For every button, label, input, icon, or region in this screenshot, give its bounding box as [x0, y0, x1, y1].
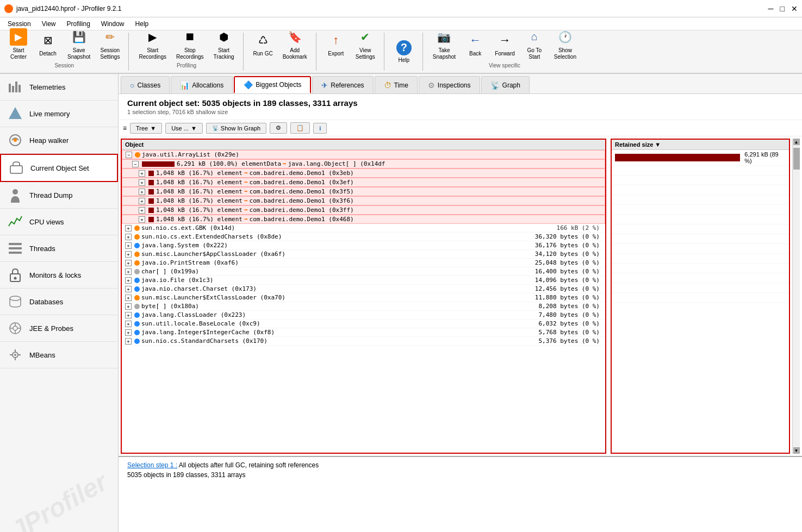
take-snapshot-button[interactable]: 📷 TakeSnapshot: [428, 26, 460, 62]
expand-icon[interactable]: +: [125, 329, 132, 336]
save-snapshot-button[interactable]: 💾 SaveSnapshot: [63, 26, 95, 62]
size-text: 7,480 bytes (0 %): [538, 311, 600, 318]
window-controls[interactable]: ─ □ ✕: [768, 4, 798, 13]
tab-time[interactable]: ⏱ Time: [375, 76, 418, 93]
add-bookmark-button[interactable]: 🔖 AddBookmark: [278, 26, 312, 62]
tab-classes[interactable]: ○ Classes: [121, 76, 170, 93]
expand-icon[interactable]: +: [125, 338, 132, 345]
info-button[interactable]: i: [313, 123, 327, 134]
back-icon: ←: [467, 32, 484, 49]
start-center-button[interactable]: ▶ StartCenter: [4, 26, 33, 62]
sidebar-item-mbeans[interactable]: MBeans: [0, 342, 118, 368]
row-text: 1,048 kB (16.7%) element: [156, 170, 243, 177]
tab-biggest-objects[interactable]: 🔷 Biggest Objects: [234, 76, 311, 93]
maximize-button[interactable]: □: [780, 4, 785, 13]
retained-header: Retained size ▼: [612, 140, 789, 150]
expand-icon[interactable]: +: [125, 225, 132, 231]
expand-icon[interactable]: +: [139, 216, 145, 223]
go-to-start-button[interactable]: ⌂ Go ToStart: [520, 26, 549, 62]
tab-graph[interactable]: 📡 Graph: [481, 76, 530, 93]
show-selection-button[interactable]: 🕐 ShowSelection: [550, 26, 581, 62]
table-row: + 1,048 kB (16.7%) element ➡ com.badrei.…: [122, 187, 605, 196]
tree-view-label: Tree: [136, 125, 148, 132]
minimize-button[interactable]: ─: [768, 4, 774, 13]
sidebar-item-jee-probes[interactable]: JEE & Probes: [0, 315, 118, 342]
tab-time-label: Time: [394, 82, 408, 89]
expand-icon[interactable]: +: [139, 179, 145, 186]
expand-icon[interactable]: +: [125, 260, 132, 266]
expand-icon[interactable]: −: [126, 152, 132, 158]
sidebar-item-cpu-views[interactable]: CPU views: [0, 209, 118, 235]
svg-point-14: [10, 296, 21, 301]
expand-icon[interactable]: +: [139, 198, 145, 204]
close-button[interactable]: ✕: [791, 4, 798, 13]
title-bar-left: java_pid12440.hprof - JProfiler 9.2.1: [4, 4, 121, 13]
expand-icon[interactable]: +: [139, 207, 145, 214]
view-settings-button[interactable]: ✔ ViewSettings: [351, 26, 380, 62]
tree-view-button[interactable]: Tree ▼: [130, 123, 162, 134]
go-to-start-icon: ⌂: [526, 28, 543, 46]
selection-step-link[interactable]: Selection step 1 :: [127, 461, 177, 469]
expand-icon[interactable]: −: [132, 161, 139, 167]
scroll-up-button[interactable]: ▲: [793, 139, 800, 145]
start-tracking-button[interactable]: ⬢ StartTracking: [209, 26, 239, 62]
expand-icon[interactable]: +: [125, 242, 132, 249]
retained-header-label: Retained size ▼: [615, 141, 661, 148]
forward-button[interactable]: → Forward: [490, 26, 519, 62]
settings-button[interactable]: ⚙: [270, 122, 287, 134]
expand-icon[interactable]: +: [125, 268, 132, 275]
back-button[interactable]: ← Back: [461, 26, 489, 62]
start-recordings-button[interactable]: ▶ StartRecordings: [134, 26, 171, 62]
svg-point-13: [14, 277, 17, 280]
sidebar-item-heap-walker[interactable]: Heap walker: [0, 127, 118, 154]
retained-size-panel: Retained size ▼ 6,291 kB (89 %): [611, 139, 790, 454]
sidebar-item-threads[interactable]: Threads: [0, 235, 118, 262]
obj-dot-gray: [134, 304, 140, 309]
stop-recordings-button[interactable]: ⏹ StopRecordings: [172, 26, 208, 62]
sidebar-item-monitors-locks[interactable]: Monitors & locks: [0, 262, 118, 289]
expand-icon[interactable]: +: [125, 295, 132, 301]
show-in-graph-button[interactable]: 📡 Show In Graph: [206, 123, 266, 134]
expand-icon[interactable]: +: [125, 303, 132, 310]
session-settings-button[interactable]: ✏ SessionSettings: [96, 26, 124, 62]
export-table-button[interactable]: 📋: [290, 122, 310, 134]
expand-icon[interactable]: +: [139, 189, 145, 195]
row-text: 6,291 kB (100.0%) elementData: [177, 160, 281, 167]
sidebar-item-live-memory[interactable]: Live memory: [0, 101, 118, 127]
svg-rect-2: [15, 82, 17, 92]
row-text: sun.misc.Launcher$ExtClassLoader (0xa70): [141, 294, 535, 301]
scroll-down-button[interactable]: ▼: [793, 447, 800, 454]
tab-references[interactable]: ✈ References: [312, 76, 373, 93]
sidebar-item-current-object-set[interactable]: Current Object Set: [0, 154, 118, 182]
sidebar-item-telemetries[interactable]: Telemetries: [0, 74, 118, 101]
tab-allocations[interactable]: 📊 Allocations: [171, 76, 233, 93]
row-text: sun.nio.cs.ext.ExtendedCharsets (0x8de): [141, 233, 535, 240]
sidebar-item-databases[interactable]: Databases: [0, 289, 118, 315]
expand-icon[interactable]: +: [125, 277, 132, 284]
sidebar-item-thread-dump[interactable]: Thread Dump: [0, 182, 118, 209]
export-button[interactable]: ↑ Export: [322, 26, 350, 62]
bottom-panel: Selection step 1 : All objects after ful…: [119, 456, 802, 532]
scrollbar[interactable]: ▲ ▼: [792, 139, 800, 454]
expand-icon[interactable]: +: [125, 321, 132, 327]
cpu-views-label: CPU views: [29, 218, 64, 226]
detach-button[interactable]: ⊠ Detach: [34, 26, 62, 62]
use-label: Use ...: [171, 125, 189, 132]
scroll-thumb[interactable]: [793, 148, 800, 170]
detach-icon: ⊠: [39, 32, 57, 49]
tab-inspections[interactable]: ⚙ Inspections: [419, 76, 480, 93]
run-gc-button[interactable]: ♺ Run GC: [249, 26, 277, 62]
table-row: + 1,048 kB (16.7%) element ➡ com.badrei.…: [122, 168, 605, 178]
help-button[interactable]: ? Help: [390, 33, 418, 70]
toolbar: ▶ StartCenter ⊠ Detach 💾 SaveSnapshot ✏ …: [0, 30, 802, 74]
expand-icon[interactable]: +: [125, 286, 132, 292]
expand-icon[interactable]: +: [125, 234, 132, 240]
tab-graph-label: Graph: [502, 82, 520, 89]
expand-icon[interactable]: +: [125, 251, 132, 258]
expand-icon[interactable]: +: [125, 312, 132, 318]
small-bar: [148, 208, 154, 213]
use-button[interactable]: Use ... ▼: [165, 123, 203, 134]
expand-icon[interactable]: +: [139, 170, 145, 177]
summary-bar: Current object set: 5035 objects in 189 …: [119, 94, 802, 120]
start-recordings-label: StartRecordings: [139, 47, 166, 60]
